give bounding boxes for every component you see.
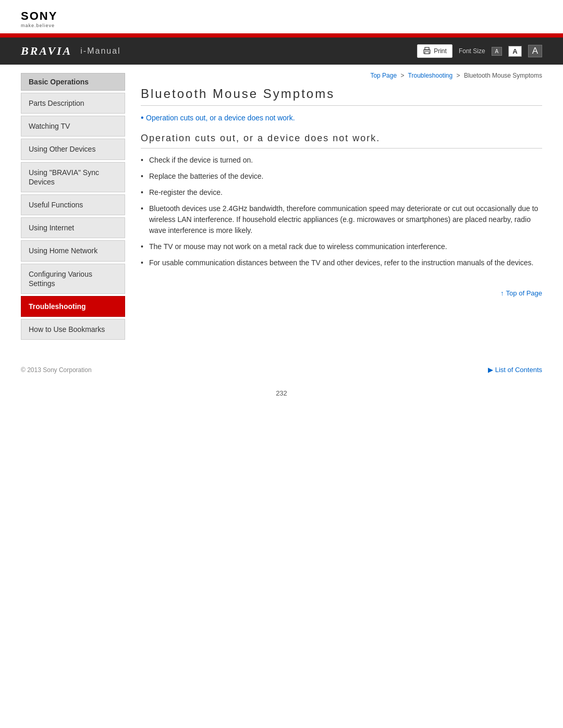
red-accent-bar (0, 33, 563, 38)
list-item: The TV or mouse may not work on a metal … (141, 241, 542, 252)
list-item: Bluetooth devices use 2.4GHz bandwidth, … (141, 203, 542, 236)
imanual-label: i-Manual (80, 46, 120, 56)
print-label: Print (434, 47, 447, 55)
sidebar-item-basic-operations[interactable]: Basic Operations (21, 73, 125, 91)
list-item: Re-register the device. (141, 187, 542, 198)
list-item: Check if the device is turned on. (141, 155, 542, 166)
top-of-page-link[interactable]: ↑ Top of Page (500, 289, 542, 297)
content-link-list: Operation cuts out, or a device does not… (141, 113, 542, 122)
page-footer: © 2013 Sony Corporation ▶ List of Conten… (0, 355, 563, 384)
sidebar-item-using-internet[interactable]: Using Internet (21, 217, 125, 238)
sidebar-item-watching-tv[interactable]: Watching TV (21, 116, 125, 137)
bravia-logo: BRAVIA (21, 44, 72, 58)
main-layout: Basic Operations Parts Description Watch… (0, 65, 563, 350)
link-operation-cuts-out[interactable]: Operation cuts out, or a device does not… (146, 114, 295, 122)
breadcrumb-troubleshooting[interactable]: Troubleshooting (408, 72, 453, 79)
sidebar-item-how-to-use-bookmarks[interactable]: How to Use Bookmarks (21, 319, 125, 340)
font-size-label: Font Size (459, 47, 485, 55)
section-title: Operation cuts out, or a device does not… (141, 133, 542, 149)
sony-logo: SONY make.believe (21, 9, 542, 28)
svg-rect-2 (425, 52, 429, 54)
breadcrumb-sep-2: > (457, 72, 460, 79)
list-of-contents-label: List of Contents (495, 366, 542, 374)
up-arrow-icon: ↑ (500, 289, 504, 297)
arrow-right-icon: ▶ (488, 366, 493, 374)
list-item: Operation cuts out, or a device does not… (141, 113, 542, 122)
page-title: Bluetooth Mouse Symptoms (141, 87, 542, 106)
bullet-list: Check if the device is turned on. Replac… (141, 155, 542, 268)
copyright: © 2013 Sony Corporation (21, 366, 92, 374)
content-area: Top Page > Troubleshooting > Bluetooth M… (125, 65, 563, 350)
sidebar-item-configuring-settings[interactable]: Configuring Various Settings (21, 264, 125, 294)
print-button[interactable]: Print (417, 44, 452, 58)
list-item: For usable communication distances betwe… (141, 257, 542, 268)
font-medium-button[interactable]: A (508, 46, 521, 57)
font-large-button[interactable]: A (528, 45, 542, 57)
font-small-button[interactable]: A (492, 47, 503, 56)
sidebar-item-using-bravia-sync[interactable]: Using "BRAVIA" Sync Devices (21, 162, 125, 192)
nav-bar-left: BRAVIA i-Manual (21, 44, 121, 58)
sidebar-item-using-other-devices[interactable]: Using Other Devices (21, 139, 125, 159)
logo-area: SONY make.believe (0, 0, 563, 33)
sony-brand: SONY (21, 9, 57, 23)
sidebar-item-parts-description[interactable]: Parts Description (21, 93, 125, 114)
page-number: 232 (0, 384, 563, 408)
breadcrumb: Top Page > Troubleshooting > Bluetooth M… (141, 70, 542, 79)
breadcrumb-current: Bluetooth Mouse Symptoms (464, 72, 542, 79)
footer-nav: ▶ List of Contents (488, 366, 542, 374)
sidebar-item-useful-functions[interactable]: Useful Functions (21, 194, 125, 215)
sidebar-item-using-home-network[interactable]: Using Home Network (21, 240, 125, 261)
bottom-nav: ↑ Top of Page (141, 284, 542, 297)
breadcrumb-sep-1: > (400, 72, 404, 79)
sidebar: Basic Operations Parts Description Watch… (0, 65, 125, 350)
breadcrumb-top-page[interactable]: Top Page (370, 72, 397, 79)
sidebar-item-troubleshooting[interactable]: Troubleshooting (21, 296, 125, 317)
list-of-contents-link[interactable]: ▶ List of Contents (488, 366, 542, 374)
nav-bar: BRAVIA i-Manual Print Font Size A A A (0, 38, 563, 65)
print-icon (423, 47, 431, 55)
nav-bar-right: Print Font Size A A A (417, 44, 542, 58)
list-item: Replace the batteries of the device. (141, 171, 542, 182)
sony-tagline: make.believe (21, 23, 55, 28)
top-of-page-label: Top of Page (506, 289, 542, 297)
